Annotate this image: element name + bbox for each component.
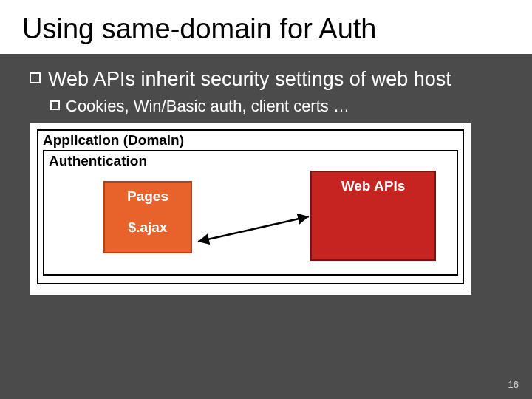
application-label: Application (Domain) <box>43 132 458 149</box>
pages-box: Pages $.ajax <box>103 181 192 253</box>
application-box: Application (Domain) Authentication Page… <box>37 129 464 284</box>
ajax-label: $.ajax <box>105 219 191 236</box>
bullet-main-text: Web APIs inherit security settings of we… <box>48 67 451 92</box>
page-number: 16 <box>508 379 519 390</box>
webapis-label: Web APIs <box>312 178 434 194</box>
content-area: Web APIs inherit security settings of we… <box>0 54 532 116</box>
bullet-sub: Cookies, Win/Basic auth, client certs … <box>50 97 502 116</box>
authentication-label: Authentication <box>49 153 452 169</box>
authentication-box: Authentication Pages $.ajax Web APIs <box>43 150 458 276</box>
double-arrow-icon <box>192 211 318 255</box>
title-bar: Using same-domain for Auth <box>0 0 532 54</box>
bullet-marker-icon <box>50 100 60 110</box>
bullet-marker-icon <box>30 72 41 83</box>
slide-title: Using same-domain for Auth <box>22 13 510 45</box>
diagram-container: Application (Domain) Authentication Page… <box>30 123 471 295</box>
svg-line-0 <box>198 216 309 242</box>
webapis-box: Web APIs <box>310 171 436 261</box>
bullet-sub-text: Cookies, Win/Basic auth, client certs … <box>66 97 349 116</box>
bullet-main: Web APIs inherit security settings of we… <box>30 67 502 92</box>
pages-label: Pages <box>105 188 191 205</box>
